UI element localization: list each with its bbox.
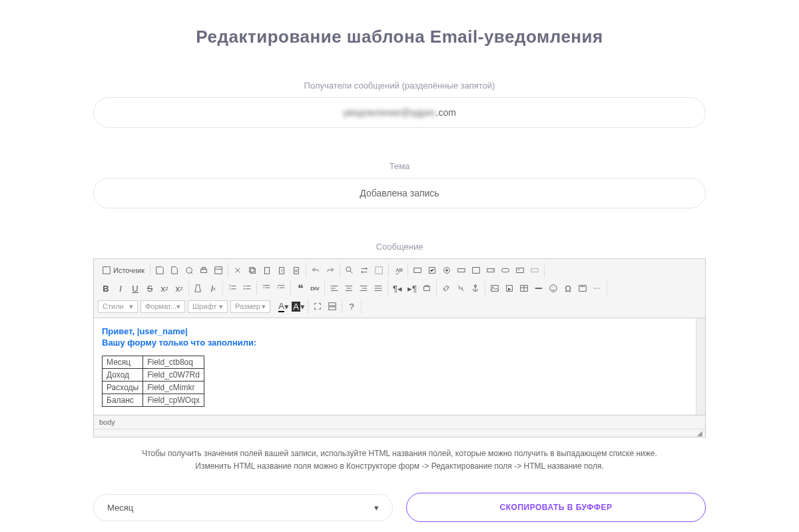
link-icon[interactable] — [439, 281, 453, 296]
image-icon[interactable] — [487, 281, 502, 296]
page-title: Редактирование шаблона Email-уведомления — [93, 27, 706, 47]
svg-point-19 — [445, 269, 448, 272]
subscript-icon[interactable]: x2 — [157, 281, 172, 296]
align-right-icon[interactable] — [356, 281, 371, 296]
about-icon[interactable]: ? — [344, 299, 359, 314]
editor-content-area[interactable]: Привет, |user_name| Вашу форму только чт… — [94, 318, 705, 415]
checkbox-icon[interactable] — [425, 263, 439, 278]
flash-icon[interactable]: ▶ — [502, 281, 517, 296]
recipients-value-blurred: уведомление@адрес — [343, 107, 435, 118]
replace-icon[interactable] — [357, 263, 372, 278]
bold-icon[interactable]: B — [99, 281, 113, 296]
scrollbar[interactable] — [696, 318, 705, 415]
save-icon[interactable] — [152, 263, 167, 278]
format-dropdown[interactable]: Формат...▾ — [140, 300, 185, 313]
iframe-icon[interactable] — [575, 281, 590, 296]
editor-path-bar: body — [94, 415, 705, 429]
find-icon[interactable] — [342, 263, 357, 278]
rich-text-editor: Источник T W — [93, 258, 706, 437]
unlink-icon[interactable] — [453, 281, 468, 296]
align-center-icon[interactable] — [342, 281, 356, 296]
preview-icon[interactable] — [182, 263, 196, 278]
textarea-icon[interactable] — [469, 263, 483, 278]
svg-point-63 — [554, 287, 555, 288]
language-icon[interactable] — [419, 281, 434, 296]
numbered-list-icon[interactable]: 12 — [225, 281, 240, 296]
ltr-icon[interactable]: ¶◂ — [390, 281, 405, 296]
svg-rect-6 — [250, 268, 254, 272]
table-row: ДоходField_c0W7Rd — [103, 369, 204, 382]
recipients-input[interactable]: уведомление@адрес.com — [93, 97, 706, 128]
strike-icon[interactable]: S — [142, 281, 157, 296]
spellcheck-icon[interactable]: ABC — [391, 263, 405, 278]
superscript-icon[interactable]: x2 — [172, 281, 186, 296]
pagebreak-icon[interactable] — [590, 281, 605, 296]
smiley-icon[interactable] — [546, 281, 561, 296]
svg-text:W: W — [294, 269, 298, 273]
svg-rect-4 — [215, 267, 222, 274]
text-color-icon[interactable]: A▾ — [276, 299, 291, 314]
copy-to-buffer-button[interactable]: СКОПИРОВАТЬ В БУФФЕР — [406, 493, 706, 522]
paste-text-icon[interactable]: T — [274, 263, 289, 278]
italic-icon[interactable]: I — [113, 281, 128, 296]
indent-icon[interactable] — [274, 281, 288, 296]
hidden-field-icon[interactable] — [527, 263, 542, 278]
show-blocks-icon[interactable] — [325, 299, 340, 314]
resize-handle[interactable]: ◢ — [94, 429, 705, 437]
table-icon[interactable] — [517, 281, 531, 296]
bullet-list-icon[interactable] — [240, 281, 254, 296]
rtl-icon[interactable]: ▸¶ — [405, 281, 419, 296]
svg-rect-16 — [414, 268, 421, 273]
styles-dropdown[interactable]: Стили▾ — [98, 300, 138, 313]
svg-text:▶: ▶ — [508, 286, 511, 291]
select-icon[interactable] — [483, 263, 498, 278]
bg-color-icon[interactable]: A▾ — [291, 299, 306, 314]
editor-table: МесяцField_ctb8oq ДоходField_c0W7Rd Расх… — [102, 356, 204, 407]
outdent-icon[interactable] — [259, 281, 274, 296]
subject-input[interactable]: Добавлена запись — [93, 178, 706, 208]
field-select[interactable]: Месяц ▾ — [93, 494, 393, 521]
chevron-down-icon: ▾ — [374, 503, 379, 513]
maximize-icon[interactable] — [310, 299, 325, 314]
source-button[interactable]: Источник — [99, 264, 148, 276]
underline-icon[interactable]: U — [128, 281, 142, 296]
anchor-icon[interactable] — [468, 281, 483, 296]
copy-icon[interactable] — [245, 263, 260, 278]
editor-path[interactable]: body — [99, 418, 115, 426]
copy-format-icon[interactable] — [191, 281, 206, 296]
button-icon[interactable] — [498, 263, 513, 278]
recipients-value-suffix: .com — [436, 107, 456, 118]
svg-rect-0 — [103, 267, 111, 274]
size-dropdown[interactable]: Размер▾ — [230, 300, 270, 313]
help-text: Чтобы получить значения полей вашей запи… — [93, 447, 706, 473]
blockquote-icon[interactable]: ❝ — [293, 281, 308, 296]
paste-icon[interactable] — [260, 263, 274, 278]
redo-icon[interactable] — [323, 263, 338, 278]
radio-icon[interactable] — [439, 263, 454, 278]
svg-point-13 — [346, 267, 351, 272]
remove-format-icon[interactable]: Ix — [206, 281, 220, 296]
font-dropdown[interactable]: Шрифт▾ — [188, 300, 228, 313]
image-button-icon[interactable] — [513, 263, 527, 278]
special-char-icon[interactable]: Ω — [561, 281, 575, 296]
form-icon[interactable] — [410, 263, 425, 278]
print-icon[interactable] — [196, 263, 211, 278]
svg-rect-24 — [517, 268, 524, 273]
message-label: Сообщение — [93, 242, 706, 252]
undo-icon[interactable] — [308, 263, 323, 278]
svg-rect-26 — [531, 268, 539, 272]
paste-word-icon[interactable]: W — [289, 263, 304, 278]
align-justify-icon[interactable] — [371, 281, 386, 296]
hr-icon[interactable] — [531, 281, 546, 296]
source-label: Источник — [113, 266, 144, 274]
div-icon[interactable]: DIV — [308, 281, 322, 296]
svg-rect-14 — [376, 267, 383, 274]
editor-toolbar: Источник T W — [94, 259, 705, 318]
cut-icon[interactable] — [230, 263, 245, 278]
select-all-icon[interactable] — [372, 263, 386, 278]
textfield-icon[interactable] — [454, 263, 469, 278]
svg-rect-7 — [250, 268, 255, 273]
new-page-icon[interactable] — [167, 263, 182, 278]
templates-icon[interactable] — [211, 263, 226, 278]
align-left-icon[interactable] — [327, 281, 342, 296]
